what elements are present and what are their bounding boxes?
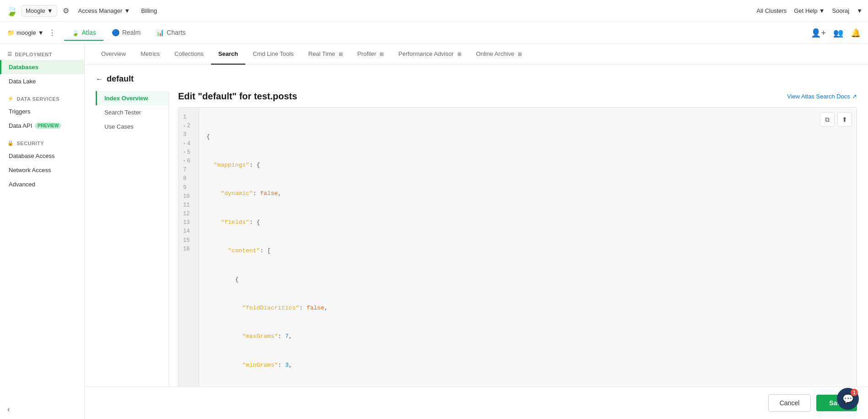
code-toolbar: ⧉ ⬆ [820,112,852,127]
tab-atlas[interactable]: 🍃 Atlas [64,25,103,41]
line-numbers: 1 ▾2 3 ▾4 ▾5 ▾6 7 8 9 10 11 [179,108,199,386]
notifications-icon[interactable]: 🔔 [851,28,861,38]
all-clusters-link[interactable]: All Clusters [757,7,787,14]
get-help-menu[interactable]: Get Help ▼ [794,7,825,14]
tab-overview[interactable]: Overview [94,44,133,65]
cancel-button[interactable]: Cancel [768,394,811,412]
tab-collections[interactable]: Collections [167,44,211,65]
tab-realm-label: Realm [122,29,141,36]
download-button[interactable]: ⬆ [837,112,852,127]
panel-nav-index-overview[interactable]: Index Overview [96,91,168,105]
code-line-6: { [206,275,849,285]
sidebar-item-data-lake[interactable]: Data Lake [0,74,84,88]
code-line-5: "content": [ [206,246,849,256]
sidebar-collapse-button[interactable]: ‹ [0,400,84,419]
footer-actions: Cancel Save [85,386,868,419]
line-num-2: ▾2 [179,122,199,131]
code-line-8: "maxGrams": 7, [206,332,849,342]
online-archive-icon: ⊞ [518,51,522,57]
line-num-4: ▾4 [179,140,199,148]
collapse-icon: ‹ [7,405,10,413]
back-row: ← default [96,74,857,84]
user-menu[interactable]: Sooraj [832,7,850,14]
back-arrow-icon[interactable]: ← [96,75,103,83]
external-link-icon: ↗ [852,93,857,100]
tab-search[interactable]: Search [211,44,245,65]
get-help-label: Get Help [794,7,817,14]
tab-profiler[interactable]: Profiler ⊞ [350,44,391,65]
invite-icon[interactable]: 👥 [833,28,843,38]
product-tabs: 🍃 Atlas 🔵 Realm 📊 Charts [64,25,193,41]
tab-realm[interactable]: 🔵 Realm [104,25,148,41]
access-manager-menu[interactable]: Access Manager ▼ [75,5,134,16]
preview-badge: PREVIEW [35,123,61,129]
panel-nav-search-tester[interactable]: Search Tester [96,105,168,120]
tab-charts[interactable]: 📊 Charts [149,25,193,41]
code-editor[interactable]: ⧉ ⬆ 1 ▾2 3 ▾4 ▾5 [178,107,857,386]
top-navigation: 🍃 Moogle ▼ ⚙ Access Manager ▼ Billing Al… [0,0,868,22]
content-area: Overview Metrics Collections Search Cmd … [85,44,868,419]
editor-header: Edit "default" for test.posts View Atlas… [178,91,857,102]
panel-nav-use-cases[interactable]: Use Cases [96,120,168,134]
project-name: moogle [16,29,36,36]
chat-bubble[interactable]: 💬 1 [837,388,859,410]
second-nav-right: 👤+ 👥 🔔 [811,28,861,38]
left-nav-panel: Index Overview Search Tester Use Cases [96,91,169,386]
view-docs-link[interactable]: View Atlas Search Docs ↗ [787,93,857,100]
sidebar-item-advanced[interactable]: Advanced [0,177,84,191]
copy-button[interactable]: ⧉ [820,112,835,127]
sidebar-item-database-access[interactable]: Database Access [0,149,84,163]
org-name: Moogle [26,7,45,14]
line-num-5: ▾5 [179,148,199,157]
get-help-caret-icon: ▼ [819,7,825,14]
deployment-icon: ☰ [7,51,12,57]
line-num-7: 7 [179,166,199,174]
tab-metrics[interactable]: Metrics [133,44,167,65]
copy-icon: ⧉ [825,116,830,124]
line-num-1: 1 [179,113,199,122]
code-line-4: "fields": { [206,218,849,228]
code-line-9: "minGrams": 3, [206,361,849,370]
add-user-icon[interactable]: 👤+ [811,28,826,38]
line-num-6: ▾6 [179,157,199,166]
line-num-10: 10 [179,192,199,201]
security-section-label: 🔒 SECURITY [0,133,84,149]
profiler-icon: ⊞ [380,51,384,57]
real-time-icon: ⊞ [339,51,343,57]
main-layout: ☰ DEPLOYMENT Databases Data Lake ⚡ DATA … [0,44,868,419]
line-num-15: 15 [179,236,199,245]
data-services-section-label: ⚡ DATA SERVICES [0,88,84,104]
project-caret-icon: ▼ [38,29,44,36]
org-selector[interactable]: Moogle ▼ [22,5,57,16]
page-title: default [107,74,134,84]
line-num-14: 14 [179,227,199,236]
more-options-icon[interactable]: ⋮ [46,27,59,39]
folder-icon: 📁 [7,29,15,36]
line-num-11: 11 [179,201,199,210]
mongodb-logo: 🍃 [5,5,18,17]
user-caret-icon: ▼ [857,7,863,14]
tab-cmd-line-tools[interactable]: Cmd Line Tools [245,44,301,65]
access-manager-label: Access Manager [78,7,123,14]
tab-online-archive[interactable]: Online Archive ⊞ [469,44,529,65]
tab-performance-advisor[interactable]: Performance Advisor ⊞ [391,44,468,65]
sidebar-item-triggers[interactable]: Triggers [0,104,84,119]
sidebar-item-network-access[interactable]: Network Access [0,163,84,177]
edit-panel: Index Overview Search Tester Use Cases E… [96,91,857,386]
tabs-bar: Overview Metrics Collections Search Cmd … [85,44,868,65]
code-line-2: "mappings": { [206,161,849,170]
second-navigation: 📁 moogle ▼ ⋮ 🍃 Atlas 🔵 Realm 📊 Charts 👤+… [0,22,868,44]
editor-title: Edit "default" for test.posts [178,91,297,102]
realm-icon: 🔵 [112,29,119,36]
tab-real-time[interactable]: Real Time ⊞ [301,44,350,65]
settings-icon[interactable]: ⚙ [61,5,71,17]
sidebar-item-databases[interactable]: Databases [0,60,84,74]
project-selector[interactable]: 📁 moogle ▼ [7,29,44,36]
line-num-16: 16 [179,245,199,254]
chat-badge: 1 [851,389,858,396]
billing-link[interactable]: Billing [137,5,161,16]
perf-advisor-icon: ⊞ [457,51,461,57]
deployment-section-label: ☰ DEPLOYMENT [0,44,84,60]
sidebar-item-data-api[interactable]: Data API PREVIEW [0,119,84,133]
tab-charts-label: Charts [167,29,185,36]
